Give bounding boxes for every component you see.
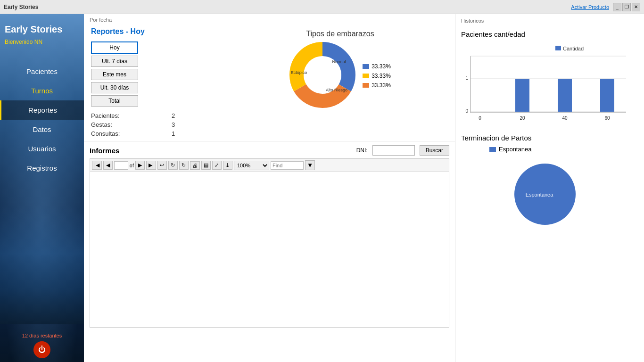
partos-full-area: Espontanea Espontanea <box>461 146 638 232</box>
donut-svg: Ectópico Normal Alto Riesgo <box>289 42 355 108</box>
app-layout: Early Stories Bienvenido NN Pacientes Tu… <box>0 14 644 362</box>
window-controls: _ ❐ ✕ <box>613 3 640 11</box>
svg-text:20: 20 <box>520 115 525 121</box>
zoom-select[interactable]: 100% 75% 50% 150% 200% <box>234 161 269 170</box>
informes-title: Informes <box>90 147 119 155</box>
legend-normal: 33.33% <box>363 63 391 70</box>
prev-page-button[interactable]: ◀ <box>103 161 113 170</box>
pacientes-value: 2 <box>172 112 223 119</box>
close-button[interactable]: ✕ <box>632 3 640 11</box>
historicos-panel: Historicos Pacientes cant/edad Cantidad … <box>455 14 644 362</box>
consultas-value: 1 <box>172 130 223 137</box>
partos-title: Terminacion de Partos <box>461 134 638 142</box>
svg-rect-16 <box>515 79 529 112</box>
pacientes-label: Pacientes: <box>91 112 168 119</box>
normal-label: Normal <box>332 59 346 64</box>
sidebar-item-datos[interactable]: Datos <box>0 120 84 139</box>
sidebar-footer: 12 días restantes ⏻ <box>0 329 84 362</box>
reportes-title: Reportes - Hoy <box>91 27 223 36</box>
bar-chart-svg: Cantidad 0 1 0 20 40 60 <box>461 42 640 127</box>
consultas-label: Consultas: <box>91 130 168 137</box>
first-page-button[interactable]: |◀ <box>92 161 102 170</box>
find-input[interactable] <box>271 161 304 170</box>
dni-label: DNI: <box>356 147 368 154</box>
donut-chart: Ectópico Normal Alto Riesgo <box>289 42 355 109</box>
sidebar-welcome: Bienvenido NN <box>5 39 79 45</box>
svg-text:Espontanea: Espontanea <box>526 192 554 197</box>
legend-color-ectopico <box>363 83 369 88</box>
sidebar-item-pacientes[interactable]: Pacientes <box>0 62 84 81</box>
activate-link[interactable]: Activar Producto <box>571 4 609 10</box>
historicos-label: Historicos <box>461 18 638 24</box>
partos-section: Terminacion de Partos Espontanea <box>461 134 638 232</box>
legend-altoriesgo: 33.33% <box>363 73 391 79</box>
export-button[interactable]: ⤓ <box>223 161 232 170</box>
ectopico-label: Ectópico <box>291 70 307 75</box>
filter-ult30[interactable]: Ult. 30 días <box>91 82 138 93</box>
main-content: Por fecha Reportes - Hoy Hoy Ult. 7 días… <box>84 14 644 362</box>
page-number-input[interactable] <box>114 161 128 170</box>
chart-area: Tipos de embarazos <box>232 27 448 137</box>
sidebar-title: Early Stories <box>5 24 79 35</box>
partos-legend-color <box>489 147 496 152</box>
svg-point-3 <box>308 61 337 89</box>
sidebar-item-reportes[interactable]: Reportes <box>0 100 84 120</box>
filter-hoy[interactable]: Hoy <box>91 41 138 54</box>
next-page-button[interactable]: ▶ <box>135 161 145 170</box>
of-label: of <box>130 163 134 168</box>
bar-chart-title: Pacientes cant/edad <box>461 30 638 38</box>
last-page-button[interactable]: ▶| <box>146 161 156 170</box>
chart-title: Tipos de embarazos <box>306 30 374 38</box>
svg-text:60: 60 <box>604 115 610 121</box>
sidebar-item-usuarios[interactable]: Usuarios <box>0 139 84 158</box>
informes-section: Informes DNI: Buscar |◀ ◀ of ▶ ▶| ↩ <box>84 141 455 331</box>
sidebar-content: Early Stories Bienvenido NN Pacientes Tu… <box>0 14 84 362</box>
buscar-button[interactable]: Buscar <box>420 145 449 156</box>
filter-buttons: Hoy Ult. 7 días Este mes Ult. 30 días To… <box>91 41 223 107</box>
partos-legend-label: Espontanea <box>499 146 531 153</box>
dni-input[interactable] <box>372 145 415 156</box>
svg-text:40: 40 <box>562 115 568 121</box>
expand-button[interactable]: ⤢ <box>212 161 222 170</box>
sidebar-header: Early Stories Bienvenido NN <box>0 14 84 52</box>
maximize-button[interactable]: ❐ <box>622 3 631 11</box>
svg-text:1: 1 <box>465 75 468 81</box>
svg-rect-17 <box>558 79 572 112</box>
stats-grid: Pacientes: 2 Gestas: 3 Consultas: 1 <box>91 112 223 137</box>
viewer-toolbar: |◀ ◀ of ▶ ▶| ↩ ↻ ↻ 🖨 ▤ ⤢ ⤓ <box>90 158 449 172</box>
svg-text:Cantidad: Cantidad <box>563 46 584 51</box>
power-button[interactable]: ⏻ <box>33 341 50 358</box>
find-dropdown-button[interactable]: ▼ <box>305 160 315 170</box>
reportes-panel: Por fecha Reportes - Hoy Hoy Ult. 7 días… <box>84 14 455 362</box>
gestas-label: Gestas: <box>91 121 168 128</box>
svg-text:0: 0 <box>479 115 481 121</box>
sidebar-nav: Pacientes Turnos Reportes Datos Usuarios… <box>0 52 84 329</box>
filter-estemes[interactable]: Este mes <box>91 69 138 80</box>
svg-rect-18 <box>600 79 614 112</box>
refresh-button[interactable]: ↻ <box>168 161 178 170</box>
minimize-button[interactable]: _ <box>613 3 621 11</box>
sidebar-item-registros[interactable]: Registros <box>0 158 84 178</box>
bar-chart-section: Pacientes cant/edad Cantidad 0 1 0 20 <box>461 30 638 127</box>
donut-container: Ectópico Normal Alto Riesgo 33.33% <box>289 42 391 109</box>
partos-legend: Espontanea <box>489 146 638 153</box>
filter-ult7[interactable]: Ult. 7 días <box>91 56 138 67</box>
filter-total[interactable]: Total <box>91 95 138 107</box>
legend-color-normal <box>363 64 369 69</box>
informes-header: Informes DNI: Buscar <box>90 145 449 156</box>
altoriesgo-label: Alto Riesgo <box>326 88 347 92</box>
print-button[interactable]: 🖨 <box>190 161 200 170</box>
layout-button[interactable]: ▤ <box>201 161 211 170</box>
forward-button[interactable]: ↻ <box>179 161 189 170</box>
svg-rect-4 <box>555 46 561 50</box>
back-button[interactable]: ↩ <box>157 161 167 170</box>
bar-chart-container: Cantidad 0 1 0 20 40 60 <box>461 42 638 127</box>
reportes-top: Reportes - Hoy Hoy Ult. 7 días Este mes … <box>84 24 455 141</box>
gestas-value: 3 <box>172 121 223 128</box>
title-bar-right: Activar Producto _ ❐ ✕ <box>571 3 640 11</box>
por-fecha-label: Por fecha <box>84 14 455 24</box>
legend-color-altoriesgo <box>363 74 369 78</box>
legend-ectopico: 33.33% <box>363 82 391 89</box>
app-title: Early Stories <box>4 4 38 10</box>
sidebar-item-turnos[interactable]: Turnos <box>0 81 84 100</box>
